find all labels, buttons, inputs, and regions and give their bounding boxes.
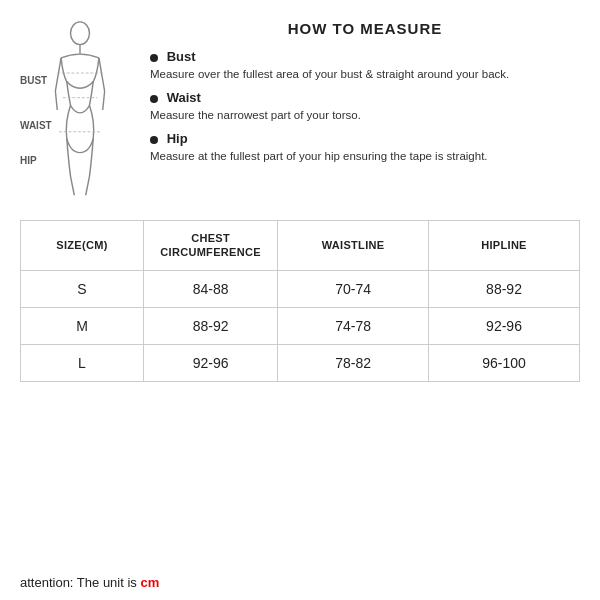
attention-unit: cm — [140, 575, 159, 590]
size-header-text: SIZE(cm) — [56, 239, 107, 251]
col-header-waistline: WAISTLINE — [278, 221, 429, 271]
hip-label-text: Hip — [167, 131, 188, 146]
bust-desc: Measure over the fullest area of your bu… — [150, 66, 580, 82]
svg-point-0 — [71, 22, 90, 45]
attention-prefix: attention: The unit is — [20, 575, 140, 590]
waist-label-text: Waist — [167, 90, 201, 105]
col-header-size: SIZE(cm) — [21, 221, 144, 271]
instruction-waist: Waist Measure the narrowest part of your… — [150, 90, 580, 123]
hipline-header-text: HIPLINE — [481, 239, 527, 251]
row-m-size: M — [21, 307, 144, 344]
instruction-hip: Hip Measure at the fullest part of your … — [150, 131, 580, 164]
table-header-row: SIZE(cm) CHESTCIRCUMFERENCE WAISTLINE HI… — [21, 221, 580, 271]
table-row: S 84-88 70-74 88-92 — [21, 270, 580, 307]
col-header-hipline: HIPLINE — [429, 221, 580, 271]
hip-header: Hip — [150, 131, 580, 146]
row-s-size: S — [21, 270, 144, 307]
size-table: SIZE(cm) CHESTCIRCUMFERENCE WAISTLINE HI… — [20, 220, 580, 382]
figure-area: BUST WAIST HIP — [20, 20, 140, 200]
size-table-section: SIZE(cm) CHESTCIRCUMFERENCE WAISTLINE HI… — [20, 220, 580, 565]
table-row: M 88-92 74-78 92-96 — [21, 307, 580, 344]
row-l-hip: 96-100 — [429, 344, 580, 381]
bust-bullet-icon — [150, 54, 158, 62]
row-m-waist: 74-78 — [278, 307, 429, 344]
hip-bullet-icon — [150, 136, 158, 144]
hip-desc: Measure at the fullest part of your hip … — [150, 148, 580, 164]
attention-text: attention: The unit is cm — [20, 575, 580, 590]
waist-bullet-icon — [150, 95, 158, 103]
row-s-waist: 70-74 — [278, 270, 429, 307]
instructions-title: HOW TO MEASURE — [150, 20, 580, 37]
waist-header: Waist — [150, 90, 580, 105]
col-header-chest: CHESTCIRCUMFERENCE — [143, 221, 277, 271]
hip-label: HIP — [20, 155, 37, 166]
row-l-size: L — [21, 344, 144, 381]
bust-header: Bust — [150, 49, 580, 64]
bust-label-text: Bust — [167, 49, 196, 64]
row-s-hip: 88-92 — [429, 270, 580, 307]
row-l-chest: 92-96 — [143, 344, 277, 381]
instructions-area: HOW TO MEASURE Bust Measure over the ful… — [140, 20, 580, 200]
row-s-chest: 84-88 — [143, 270, 277, 307]
waistline-header-text: WAISTLINE — [322, 239, 385, 251]
instruction-bust: Bust Measure over the fullest area of yo… — [150, 49, 580, 82]
body-figure-icon — [40, 20, 120, 200]
row-m-hip: 92-96 — [429, 307, 580, 344]
row-m-chest: 88-92 — [143, 307, 277, 344]
bust-label: BUST — [20, 75, 47, 86]
main-container: BUST WAIST HIP — [0, 0, 600, 600]
top-section: BUST WAIST HIP — [20, 20, 580, 200]
table-row: L 92-96 78-82 96-100 — [21, 344, 580, 381]
waist-desc: Measure the narrowest part of your torso… — [150, 107, 580, 123]
row-l-waist: 78-82 — [278, 344, 429, 381]
waist-label: WAIST — [20, 120, 52, 131]
